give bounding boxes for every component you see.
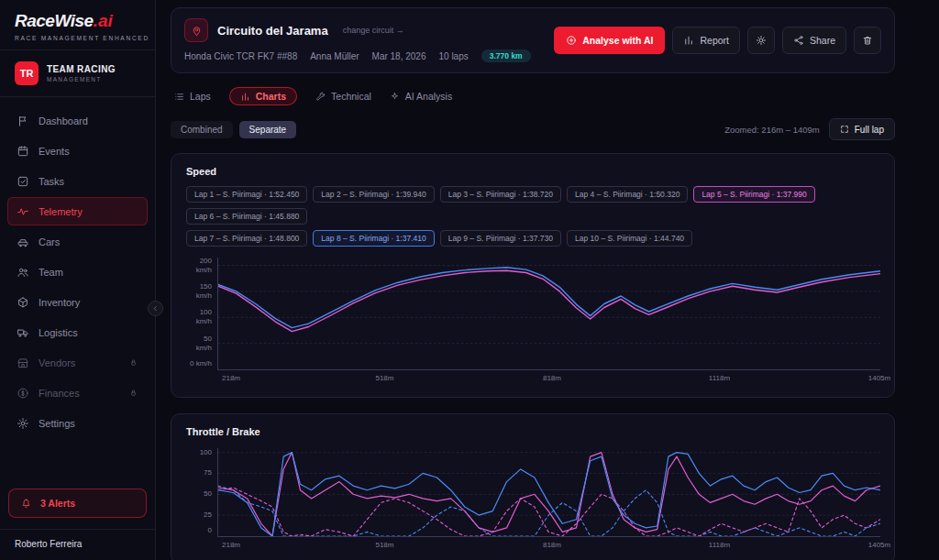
car-icon bbox=[17, 236, 29, 248]
lap-chip-10[interactable]: Lap 10 – S. Piirimagi · 1:44.740 bbox=[567, 230, 692, 247]
laps-label: 10 laps bbox=[439, 51, 469, 61]
x-tick-label: 218m bbox=[222, 374, 240, 382]
sidebar-item-inventory[interactable]: Inventory bbox=[7, 288, 148, 316]
lap-chip-5-selected[interactable]: Lap 5 – S. Piirimagi · 1:37.990 bbox=[693, 186, 814, 203]
sidebar-item-finances[interactable]: Finances bbox=[7, 379, 148, 407]
tb-series-svg bbox=[218, 448, 880, 536]
zoom-range-label: Zoomed: 216m – 1409m bbox=[724, 125, 820, 135]
lap-chip-8-selected[interactable]: Lap 8 – S. Piirimagi · 1:37.410 bbox=[313, 230, 434, 247]
lap-chip-7[interactable]: Lap 7 – S. Piirimagi · 1:48.800 bbox=[186, 230, 307, 247]
team-switcher[interactable]: TR TEAM RACING MANAGEMENT bbox=[0, 50, 155, 96]
speed-plot-area[interactable] bbox=[217, 258, 880, 370]
speed-card-title: Speed bbox=[186, 166, 879, 177]
x-tick-label: 1405m bbox=[868, 541, 890, 549]
lap-chip-9[interactable]: Lap 9 – S. Piirimagi · 1:37.730 bbox=[440, 230, 561, 247]
lock-icon bbox=[128, 357, 138, 368]
bar-chart-icon bbox=[683, 35, 694, 46]
speed-x-axis: 218m518m818m1118m1405m bbox=[217, 370, 880, 385]
x-tick-label: 1118m bbox=[709, 541, 730, 549]
bell-icon bbox=[20, 498, 32, 510]
chart-controls: Combined Separate Zoomed: 216m – 1409m F… bbox=[171, 118, 895, 140]
sidebar-item-label: Dashboard bbox=[39, 115, 88, 126]
sidebar-item-settings[interactable]: Settings bbox=[7, 409, 148, 437]
sidebar-item-label: Tasks bbox=[39, 176, 64, 187]
brand-suffix: .ai bbox=[94, 11, 113, 30]
user-menu[interactable]: Roberto Ferreira bbox=[0, 529, 155, 560]
truck-icon bbox=[17, 326, 29, 339]
x-tick-label: 518m bbox=[375, 541, 393, 549]
throttle-brake-card-title: Throttle / Brake bbox=[186, 426, 879, 437]
delete-button[interactable] bbox=[854, 27, 881, 54]
y-tick-label: 25 bbox=[204, 511, 212, 520]
speed-y-axis: 200km/h150km/h100km/h50km/h0 km/h bbox=[186, 258, 217, 370]
lap-chip-6[interactable]: Lap 6 – S. Piirimagi · 1:45.880 bbox=[186, 208, 307, 225]
main-content: Circuito del Jarama change circuit → Hon… bbox=[156, 0, 939, 560]
team-name: TEAM RACING bbox=[47, 64, 116, 74]
sidebar-item-team[interactable]: Team bbox=[7, 258, 148, 286]
full-lap-button[interactable]: Full lap bbox=[829, 118, 895, 140]
report-button[interactable]: Report bbox=[672, 27, 740, 54]
box-icon bbox=[17, 296, 29, 309]
header-actions: Analyse with AI Report Share bbox=[554, 27, 881, 54]
flag-icon bbox=[17, 115, 29, 127]
y-tick-label: 75 bbox=[204, 468, 212, 478]
lap-chip-2[interactable]: Lap 2 – S. Piirimagi · 1:39.940 bbox=[313, 186, 434, 203]
share-button[interactable]: Share bbox=[782, 27, 846, 54]
change-circuit-link[interactable]: change circuit → bbox=[343, 26, 404, 35]
brand-logo: RaceWise.ai RACE MANAGEMENT ENHANCED bbox=[0, 0, 155, 49]
theme-toggle-button[interactable] bbox=[747, 27, 775, 54]
speed-series-svg bbox=[218, 258, 880, 369]
sidebar-item-dashboard[interactable]: Dashboard bbox=[7, 106, 148, 135]
sidebar-item-vendors[interactable]: Vendors bbox=[7, 348, 148, 377]
lap-chip-1[interactable]: Lap 1 – S. Piirimagi · 1:52.450 bbox=[186, 186, 307, 203]
circle-plus-icon bbox=[566, 35, 577, 46]
y-tick-label: 0 km/h bbox=[190, 359, 212, 368]
zoom-controls: Zoomed: 216m – 1409m Full lap bbox=[724, 118, 895, 140]
tb-x-axis: 218m518m818m1118m1405m bbox=[217, 537, 880, 552]
sidebar-item-label: Vendors bbox=[39, 357, 75, 368]
lock-icon bbox=[128, 388, 138, 398]
sidebar-item-cars[interactable]: Cars bbox=[7, 227, 148, 256]
sidebar-collapse-button[interactable] bbox=[148, 301, 163, 316]
date-label: Mar 18, 2026 bbox=[372, 51, 426, 61]
sidebar-item-tasks[interactable]: Tasks bbox=[7, 167, 148, 195]
sidebar-item-telemetry[interactable]: Telemetry bbox=[7, 197, 148, 225]
tab-charts[interactable]: Charts bbox=[229, 87, 297, 105]
alerts-button[interactable]: 3 Alerts bbox=[8, 489, 147, 518]
trash-icon bbox=[862, 35, 873, 46]
analyse-with-ai-button[interactable]: Analyse with AI bbox=[554, 27, 665, 54]
brand-name-row: RaceWise.ai bbox=[15, 11, 140, 31]
x-tick-label: 818m bbox=[543, 374, 561, 382]
lap-chip-row-1: Lap 1 – S. Piirimagi · 1:52.450 Lap 2 – … bbox=[186, 186, 879, 225]
circuit-title-row: Circuito del Jarama change circuit → bbox=[184, 18, 531, 42]
sidebar-spacer bbox=[0, 437, 155, 489]
combined-toggle-button[interactable]: Combined bbox=[171, 121, 233, 138]
share-icon bbox=[793, 35, 804, 46]
tab-ai-analysis[interactable]: AI Analysis bbox=[390, 91, 452, 102]
lap-chip-3[interactable]: Lap 3 – S. Piirimagi · 1:38.720 bbox=[440, 186, 561, 203]
tab-label: Technical bbox=[331, 91, 371, 102]
team-subtitle: MANAGEMENT bbox=[47, 76, 116, 82]
lap-chip-row-2: Lap 7 – S. Piirimagi · 1:48.800 Lap 8 – … bbox=[186, 230, 879, 247]
tb-y-axis: 1007550250 bbox=[186, 448, 217, 537]
x-tick-label: 518m bbox=[375, 374, 393, 382]
lap-chip-4[interactable]: Lap 4 – S. Piirimagi · 1:50.320 bbox=[567, 186, 688, 203]
circuit-info: Circuito del Jarama change circuit → Hon… bbox=[184, 18, 531, 62]
full-lap-label: Full lap bbox=[855, 125, 884, 135]
sidebar-item-logistics[interactable]: Logistics bbox=[7, 318, 148, 346]
separate-toggle-button[interactable]: Separate bbox=[239, 121, 297, 138]
sidebar-item-events[interactable]: Events bbox=[7, 137, 148, 165]
tb-plot-area[interactable] bbox=[217, 448, 880, 537]
dollar-icon bbox=[17, 387, 29, 400]
sidebar-item-label: Events bbox=[39, 146, 70, 157]
tab-technical[interactable]: Technical bbox=[315, 91, 371, 102]
list-icon bbox=[174, 92, 184, 102]
report-label: Report bbox=[700, 35, 729, 46]
sun-icon bbox=[756, 35, 767, 46]
y-tick-label: 100km/h bbox=[196, 308, 212, 326]
sidebar-item-label: Cars bbox=[39, 236, 60, 247]
expand-icon bbox=[840, 125, 849, 134]
speed-chart: 200km/h150km/h100km/h50km/h0 km/h 218m51… bbox=[186, 258, 879, 385]
tab-laps[interactable]: Laps bbox=[174, 91, 211, 102]
series-Lap 8 Brake bbox=[218, 486, 880, 536]
